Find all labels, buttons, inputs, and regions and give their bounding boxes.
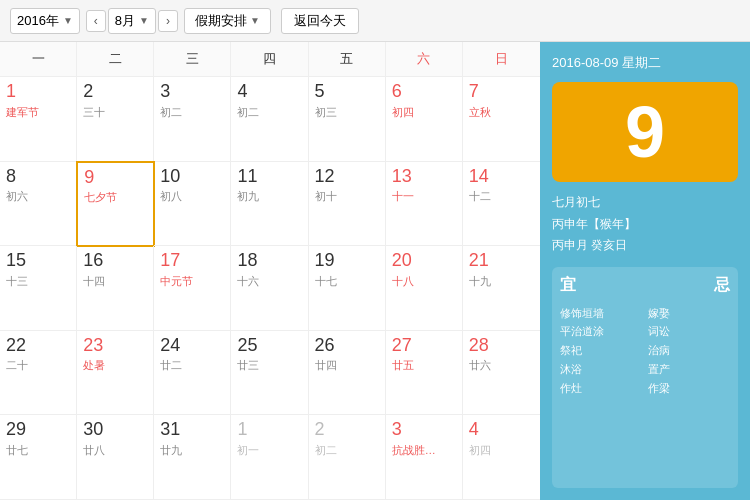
day-number: 11: [237, 166, 301, 188]
month-label: 8月: [115, 12, 135, 30]
year-label: 2016年: [17, 12, 59, 30]
day-cell[interactable]: 6初四: [386, 77, 463, 162]
day-cell[interactable]: 12初十: [309, 162, 386, 247]
lunar-label: 初八: [160, 189, 224, 204]
day-number: 21: [469, 250, 534, 272]
day-cell[interactable]: 17中元节: [154, 246, 231, 331]
day-cell[interactable]: 29廿七: [0, 415, 77, 500]
ji-item: 置产: [648, 360, 730, 379]
lunar-label: 廿四: [315, 358, 379, 373]
weekday-cell: 六: [386, 42, 463, 76]
right-panel: 2016-08-09 星期二 9 七月初七 丙申年【猴年】 丙申月 癸亥日 宜 …: [540, 42, 750, 500]
day-cell[interactable]: 10初八: [154, 162, 231, 247]
day-cell[interactable]: 16十四: [77, 246, 154, 331]
yi-item: 祭祀: [560, 341, 642, 360]
ji-column: 嫁娶词讼治病置产作梁: [648, 304, 730, 397]
lunar-label: 廿五: [392, 358, 456, 373]
day-cell[interactable]: 3抗战胜…: [386, 415, 463, 500]
today-button[interactable]: 返回今天: [281, 8, 359, 34]
day-number: 25: [237, 335, 301, 357]
month-select[interactable]: 8月 ▼: [108, 8, 156, 34]
day-number: 2: [83, 81, 147, 103]
lunar-label: 初二: [237, 105, 301, 120]
day-cell[interactable]: 28廿六: [463, 331, 540, 416]
ji-item: 治病: [648, 341, 730, 360]
day-cell[interactable]: 2初二: [309, 415, 386, 500]
day-cell[interactable]: 1初一: [231, 415, 308, 500]
yi-ji-section: 宜 忌 修饰垣墙平治道涂祭祀沐浴作灶 嫁娶词讼治病置产作梁: [552, 267, 738, 488]
day-number: 4: [469, 419, 534, 441]
day-cell[interactable]: 13十一: [386, 162, 463, 247]
day-number: 22: [6, 335, 70, 357]
day-number: 28: [469, 335, 534, 357]
weekday-cell: 日: [463, 42, 540, 76]
day-number: 4: [237, 81, 301, 103]
year-select[interactable]: 2016年 ▼: [10, 8, 80, 34]
big-date-box: 9: [552, 82, 738, 182]
day-cell[interactable]: 9七夕节: [76, 161, 155, 248]
lunar-label: 十四: [83, 274, 147, 289]
lunar-label: 廿三: [237, 358, 301, 373]
weekday-cell: 一: [0, 42, 77, 76]
day-cell[interactable]: 2三十: [77, 77, 154, 162]
day-cell[interactable]: 25廿三: [231, 331, 308, 416]
day-number: 3: [392, 419, 456, 441]
day-cell[interactable]: 3初二: [154, 77, 231, 162]
day-cell[interactable]: 19十七: [309, 246, 386, 331]
lunar-label: 十六: [237, 274, 301, 289]
holiday-label: 假期安排: [195, 12, 247, 30]
day-cell[interactable]: 22二十: [0, 331, 77, 416]
lunar-label: 廿二: [160, 358, 224, 373]
day-cell[interactable]: 21十九: [463, 246, 540, 331]
day-cell[interactable]: 1建军节: [0, 77, 77, 162]
day-cell[interactable]: 27廿五: [386, 331, 463, 416]
year-arrow: ▼: [63, 15, 73, 26]
day-number: 5: [315, 81, 379, 103]
day-cell[interactable]: 15十三: [0, 246, 77, 331]
day-number: 10: [160, 166, 224, 188]
day-number: 6: [392, 81, 456, 103]
day-cell[interactable]: 11初九: [231, 162, 308, 247]
day-number: 3: [160, 81, 224, 103]
lunar-label: 廿七: [6, 443, 70, 458]
day-number: 20: [392, 250, 456, 272]
day-cell[interactable]: 23处暑: [77, 331, 154, 416]
day-cell[interactable]: 18十六: [231, 246, 308, 331]
yi-item: 作灶: [560, 379, 642, 398]
lunar-label: 三十: [83, 105, 147, 120]
lunar-line3: 丙申月 癸亥日: [552, 235, 738, 257]
day-number: 13: [392, 166, 456, 188]
lunar-label: 中元节: [160, 274, 224, 289]
day-cell[interactable]: 20十八: [386, 246, 463, 331]
lunar-label: 初六: [6, 189, 70, 204]
ji-item: 嫁娶: [648, 304, 730, 323]
day-cell[interactable]: 4初二: [231, 77, 308, 162]
day-cell[interactable]: 26廿四: [309, 331, 386, 416]
weekday-header: 一二三四五六日: [0, 42, 540, 77]
day-cell[interactable]: 24廿二: [154, 331, 231, 416]
lunar-label: 初四: [392, 105, 456, 120]
weekday-cell: 三: [154, 42, 231, 76]
lunar-label: 初二: [315, 443, 379, 458]
lunar-label: 初四: [469, 443, 534, 458]
day-cell[interactable]: 5初三: [309, 77, 386, 162]
lunar-label: 初十: [315, 189, 379, 204]
lunar-label: 立秋: [469, 105, 534, 120]
day-cell[interactable]: 7立秋: [463, 77, 540, 162]
day-cell[interactable]: 30廿八: [77, 415, 154, 500]
day-cell[interactable]: 4初四: [463, 415, 540, 500]
next-month-button[interactable]: ›: [158, 10, 178, 32]
yi-ji-content: 修饰垣墙平治道涂祭祀沐浴作灶 嫁娶词讼治病置产作梁: [560, 304, 730, 397]
day-number: 24: [160, 335, 224, 357]
lunar-label: 廿九: [160, 443, 224, 458]
lunar-label: 十八: [392, 274, 456, 289]
day-cell[interactable]: 8初六: [0, 162, 77, 247]
day-number: 8: [6, 166, 70, 188]
day-number: 7: [469, 81, 534, 103]
day-cell[interactable]: 31廿九: [154, 415, 231, 500]
holiday-button[interactable]: 假期安排 ▼: [184, 8, 271, 34]
prev-month-button[interactable]: ‹: [86, 10, 106, 32]
day-cell[interactable]: 14十二: [463, 162, 540, 247]
day-number: 23: [83, 335, 147, 357]
weekday-cell: 二: [77, 42, 154, 76]
